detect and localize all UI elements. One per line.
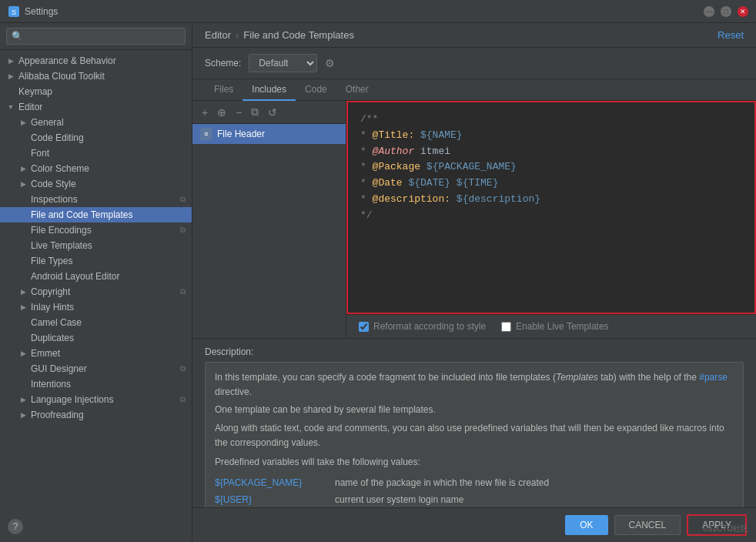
- options-bar: Reformat according to style Enable Live …: [346, 314, 756, 338]
- live-templates-checkbox[interactable]: [501, 322, 511, 332]
- tab-files[interactable]: Files: [205, 79, 243, 101]
- code-line-5: * @Date ${DATE} ${TIME}: [360, 176, 742, 192]
- sidebar-item-language-injections[interactable]: Language Injections⧉: [0, 392, 192, 407]
- sidebar-item-android-layout[interactable]: Android Layout Editor: [0, 269, 192, 284]
- copy-icon-copyright: ⧉: [180, 287, 186, 296]
- sidebar-item-file-code-templates[interactable]: File and Code Templates: [0, 207, 192, 222]
- revert-button[interactable]: ↺: [265, 105, 280, 120]
- sidebar-item-copyright[interactable]: Copyright⧉: [0, 284, 192, 299]
- sidebar-item-color-scheme[interactable]: Color Scheme: [0, 161, 192, 176]
- app-icon: S: [8, 5, 20, 18]
- sidebar-item-label-color-scheme: Color Scheme: [31, 163, 89, 174]
- code-line-3: * @Author itmei: [360, 144, 742, 160]
- sidebar-item-label-general: General: [31, 117, 64, 128]
- close-button[interactable]: ✕: [738, 6, 748, 17]
- template-item-file-header[interactable]: ≡File Header: [192, 124, 346, 144]
- remove-button[interactable]: −: [232, 105, 245, 120]
- sidebar-item-label-inspections: Inspections: [31, 194, 78, 205]
- gear-icon[interactable]: ⚙: [325, 57, 335, 69]
- sidebar-item-keymap[interactable]: Keymap: [0, 84, 192, 99]
- reset-button[interactable]: Reset: [718, 29, 744, 41]
- sidebar-item-intentions[interactable]: Intentions: [0, 376, 192, 392]
- sidebar-item-inspections[interactable]: Inspections⧉: [0, 192, 192, 207]
- reformat-checkbox-label[interactable]: Reformat according to style: [359, 321, 486, 332]
- sidebar-item-file-encodings[interactable]: File Encodings⧉: [0, 222, 192, 238]
- template-list: ≡File Header: [192, 124, 346, 338]
- desc-row: ${PACKAGE_NAME}name of the package in wh…: [215, 476, 734, 490]
- desc-para2: One template can be shared by several fi…: [215, 403, 734, 417]
- sidebar-item-label-code-editing: Code Editing: [31, 132, 84, 143]
- breadcrumb: Editor › File and Code Templates: [205, 29, 354, 41]
- scheme-label: Scheme:: [205, 58, 241, 69]
- scheme-select[interactable]: DefaultProject: [249, 54, 317, 72]
- breadcrumb-current: File and Code Templates: [243, 29, 354, 41]
- sidebar-item-duplicates[interactable]: Duplicates: [0, 330, 192, 346]
- sidebar-item-font[interactable]: Font: [0, 146, 192, 161]
- ok-button[interactable]: OK: [565, 515, 607, 535]
- sidebar-item-label-gui-designer: GUI Designer: [31, 363, 87, 374]
- desc-row: ${USER}current user system login name: [215, 493, 734, 507]
- sidebar-item-live-templates[interactable]: Live Templates: [0, 238, 192, 253]
- description-box: In this template, you can specify a code…: [205, 362, 744, 507]
- sidebar-item-appearance[interactable]: Appearance & Behavior: [0, 53, 192, 69]
- copy-icon-gui-designer: ⧉: [180, 364, 186, 373]
- live-templates-checkbox-label[interactable]: Enable Live Templates: [501, 321, 609, 332]
- copy-button[interactable]: ⊕: [214, 105, 229, 120]
- sidebar-item-alibaba[interactable]: Alibaba Cloud Toolkit: [0, 69, 192, 84]
- maximize-button[interactable]: □: [721, 6, 731, 17]
- desc-val: name of the package in which the new fil…: [335, 476, 549, 490]
- footer: OK CANCEL APPLY: [192, 507, 756, 542]
- sidebar-item-label-language-injections: Language Injections: [31, 394, 113, 405]
- sidebar-item-label-appearance: Appearance & Behavior: [18, 55, 116, 66]
- sidebar-item-inlay-hints[interactable]: Inlay Hints: [0, 299, 192, 315]
- main-container: Appearance & BehaviorAlibaba Cloud Toolk…: [0, 23, 756, 542]
- tab-includes[interactable]: Includes: [243, 79, 296, 101]
- sidebar-item-general[interactable]: General: [0, 115, 192, 130]
- duplicate-button[interactable]: ⧉: [248, 104, 262, 120]
- desc-key: ${PACKAGE_NAME}: [215, 476, 323, 490]
- search-box: [0, 23, 192, 50]
- content-area: Editor › File and Code Templates Reset S…: [192, 23, 756, 542]
- sidebar-item-file-types[interactable]: File Types: [0, 253, 192, 269]
- sidebar-item-label-file-types: File Types: [31, 256, 72, 266]
- sidebar-item-label-alibaba: Alibaba Cloud Toolkit: [18, 71, 105, 82]
- sidebar-item-code-style[interactable]: Code Style: [0, 176, 192, 192]
- description-title: Description:: [205, 346, 744, 357]
- help-button[interactable]: ?: [8, 519, 23, 534]
- sidebar-item-gui-designer[interactable]: GUI Designer⧉: [0, 361, 192, 376]
- content-header: Editor › File and Code Templates Reset: [192, 23, 756, 48]
- sidebar-item-label-code-style: Code Style: [31, 179, 76, 189]
- sidebar-item-label-editor: Editor: [18, 102, 42, 112]
- sidebar-item-camel-case[interactable]: Camel Case: [0, 315, 192, 330]
- code-line-1: /**: [360, 112, 742, 128]
- tab-other[interactable]: Other: [336, 79, 378, 101]
- reformat-label: Reformat according to style: [373, 321, 486, 332]
- desc-table: ${PACKAGE_NAME}name of the package in wh…: [215, 476, 734, 507]
- sidebar-item-editor[interactable]: Editor: [0, 99, 192, 115]
- add-button[interactable]: +: [199, 105, 211, 120]
- tab-code[interactable]: Code: [296, 79, 336, 101]
- minimize-button[interactable]: —: [704, 6, 714, 17]
- breadcrumb-separator: ›: [236, 29, 239, 41]
- template-toolbar: + ⊕ − ⧉ ↺: [192, 101, 346, 124]
- code-line-4: * @Package ${PACKAGE_NAME}: [360, 159, 742, 176]
- sidebar-item-label-keymap: Keymap: [18, 86, 52, 97]
- desc-val: current user system login name: [335, 493, 463, 507]
- desc-para1: In this template, you can specify a code…: [215, 370, 734, 400]
- sidebar-item-label-copyright: Copyright: [31, 286, 70, 297]
- code-line-2: * @Title: ${NAME}: [360, 128, 742, 144]
- reformat-checkbox[interactable]: [359, 322, 369, 332]
- sidebar-item-proofreading[interactable]: Proofreading: [0, 407, 192, 423]
- code-editor[interactable]: /** * @Title: ${NAME} * @Author itmei * …: [346, 101, 756, 314]
- window-controls: — □ ✕: [704, 6, 748, 17]
- sidebar-item-label-file-encodings: File Encodings: [31, 225, 92, 236]
- live-templates-label: Enable Live Templates: [516, 321, 609, 332]
- sidebar-item-code-editing[interactable]: Code Editing: [0, 130, 192, 146]
- tab-bar: FilesIncludesCodeOther: [192, 79, 756, 101]
- copy-icon-inspections: ⧉: [180, 195, 186, 204]
- template-item-label-file-header: File Header: [217, 129, 265, 139]
- sidebar-item-label-android-layout: Android Layout Editor: [31, 271, 119, 282]
- search-input[interactable]: [6, 28, 186, 45]
- cancel-button[interactable]: CANCEL: [614, 515, 681, 535]
- sidebar-item-emmet[interactable]: Emmet: [0, 346, 192, 361]
